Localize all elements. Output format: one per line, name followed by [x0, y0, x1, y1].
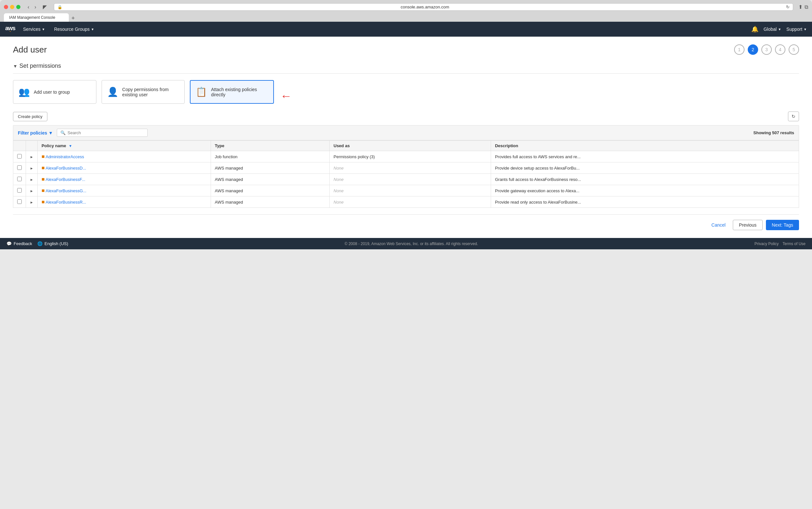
- policy-icon: ■: [41, 176, 45, 182]
- policy-icon: ■: [41, 199, 45, 205]
- policy-description-cell: Provide read only access to AlexaForBusi…: [491, 197, 799, 208]
- services-nav-item[interactable]: Services ▼: [22, 22, 46, 36]
- set-permissions-header: ▼ Set permissions: [13, 63, 799, 74]
- attach-policies-option[interactable]: 📋 Attach existing policies directly: [190, 80, 274, 104]
- policy-name-link[interactable]: AlexaForBusinessG...: [45, 189, 86, 193]
- row-checkbox-cell[interactable]: [13, 185, 26, 197]
- back-button[interactable]: ‹: [26, 4, 31, 11]
- user-copy-icon: 👤: [107, 87, 119, 97]
- policy-name-cell: ■ AlexaForBusinessG...: [37, 185, 211, 197]
- address-bar[interactable]: 🔒 console.aws.amazon.com ↻: [54, 3, 793, 11]
- new-tab-button[interactable]: +: [69, 15, 77, 22]
- search-icon: 🔍: [60, 130, 66, 135]
- policy-description-cell: Provide device setup access to AlexaForB…: [491, 162, 799, 174]
- policy-name-cell: ■ AdministratorAccess: [37, 151, 211, 162]
- row-checkbox[interactable]: [17, 199, 22, 204]
- footer-links: Privacy Policy Terms of Use: [755, 241, 806, 246]
- row-expand-cell[interactable]: ►: [26, 197, 38, 208]
- maximize-button[interactable]: [16, 5, 21, 9]
- notifications-bell-icon[interactable]: 🔔: [751, 26, 758, 33]
- step-4[interactable]: 4: [775, 44, 785, 55]
- section-collapse-arrow-icon[interactable]: ▼: [13, 64, 18, 69]
- row-expand-cell[interactable]: ►: [26, 174, 38, 185]
- page-header: Add user 1 2 3 4 5: [13, 44, 799, 55]
- support-label: Support: [786, 27, 802, 32]
- address-text: console.aws.amazon.com: [64, 4, 786, 9]
- annotation-arrow-icon: ←: [280, 89, 292, 103]
- row-checkbox-cell[interactable]: [13, 162, 26, 174]
- next-tags-button[interactable]: Next: Tags: [766, 220, 799, 230]
- browser-tabs: IAM Management Console +: [4, 13, 808, 22]
- step-5[interactable]: 5: [789, 44, 799, 55]
- refresh-table-button[interactable]: ↻: [788, 111, 799, 121]
- step-1[interactable]: 1: [734, 44, 745, 55]
- row-expand-icon[interactable]: ►: [30, 189, 33, 193]
- policy-used-as-cell: None: [330, 197, 491, 208]
- col-description-header: Description: [491, 141, 799, 151]
- policy-used-as-cell: None: [330, 162, 491, 174]
- row-expand-cell[interactable]: ►: [26, 151, 38, 162]
- copy-permissions-option[interactable]: 👤 Copy permissions from existing user: [101, 80, 185, 104]
- nav-right: 🔔 Global ▼ Support ▼: [751, 26, 807, 33]
- share-button[interactable]: ⬆: [799, 4, 803, 10]
- step-3[interactable]: 3: [761, 44, 772, 55]
- search-box[interactable]: 🔍: [57, 129, 148, 137]
- filter-policies-button[interactable]: Filter policies ▼: [18, 130, 53, 136]
- col-used-as-header: Used as: [330, 141, 491, 151]
- policy-used-as-cell: Permissions policy (3): [330, 151, 491, 162]
- create-policy-button[interactable]: Create policy: [13, 112, 48, 121]
- row-expand-icon[interactable]: ►: [30, 155, 33, 159]
- row-checkbox[interactable]: [17, 165, 22, 170]
- global-arrow-icon: ▼: [778, 28, 781, 31]
- row-expand-icon[interactable]: ►: [30, 178, 33, 181]
- row-expand-cell[interactable]: ►: [26, 185, 38, 197]
- page-refresh-button[interactable]: ↻: [786, 4, 790, 9]
- close-button[interactable]: [4, 5, 8, 9]
- row-checkbox-cell[interactable]: [13, 151, 26, 162]
- row-expand-cell[interactable]: ►: [26, 162, 38, 174]
- attach-policies-label: Attach existing policies directly: [211, 87, 268, 97]
- page-content: Add user 1 2 3 4 5 ▼ Set permissions 👥 A…: [0, 37, 812, 238]
- services-arrow-icon: ▼: [42, 28, 45, 31]
- cancel-button[interactable]: Cancel: [708, 220, 729, 230]
- add-user-to-group-option[interactable]: 👥 Add user to group: [13, 80, 96, 104]
- forward-button[interactable]: ›: [32, 4, 38, 11]
- policy-name-link[interactable]: AlexaForBusinessR...: [45, 200, 86, 205]
- language-selector[interactable]: 🌐 English (US): [37, 241, 68, 246]
- policy-name-link[interactable]: AlexaForBusinessD...: [45, 166, 86, 171]
- feedback-link[interactable]: 💬 Feedback: [6, 241, 32, 246]
- aws-footer: 💬 Feedback 🌐 English (US) © 2008 - 2019,…: [0, 238, 812, 249]
- search-input[interactable]: [67, 130, 144, 135]
- minimize-button[interactable]: [10, 5, 14, 9]
- filter-bar: Filter policies ▼ 🔍 Showing 507 results: [13, 125, 799, 140]
- sidebar-toggle-button[interactable]: ◤: [41, 3, 49, 11]
- row-checkbox-cell[interactable]: [13, 197, 26, 208]
- row-checkbox[interactable]: [17, 188, 22, 193]
- row-checkbox[interactable]: [17, 154, 22, 159]
- annotation-row: 👥 Add user to group 👤 Copy permissions f…: [13, 80, 799, 111]
- global-selector[interactable]: Global ▼: [763, 27, 781, 32]
- policy-name-cell: ■ AlexaForBusinessD...: [37, 162, 211, 174]
- fullscreen-button[interactable]: ⧉: [805, 4, 808, 10]
- policy-type-cell: AWS managed: [211, 185, 330, 197]
- row-expand-icon[interactable]: ►: [30, 200, 33, 204]
- policy-name-cell: ■ AlexaForBusinessR...: [37, 197, 211, 208]
- support-menu[interactable]: Support ▼: [786, 27, 807, 32]
- aws-logo[interactable]: aws ~: [5, 25, 15, 33]
- policy-name-link[interactable]: AlexaForBusinessF...: [45, 177, 85, 182]
- row-checkbox-cell[interactable]: [13, 174, 26, 185]
- step-2[interactable]: 2: [748, 44, 758, 55]
- terms-of-use-link[interactable]: Terms of Use: [782, 241, 806, 246]
- table-row: ► ■ AdministratorAccess Job function Per…: [13, 151, 799, 162]
- policy-table: Policy name ▼ Type Used as Description ►…: [13, 140, 799, 208]
- previous-button[interactable]: Previous: [733, 220, 763, 230]
- active-tab[interactable]: IAM Management Console: [4, 13, 69, 22]
- row-checkbox[interactable]: [17, 177, 22, 181]
- privacy-policy-link[interactable]: Privacy Policy: [755, 241, 779, 246]
- aws-logo-smile: ~: [9, 30, 11, 33]
- resource-groups-nav-item[interactable]: Resource Groups ▼: [53, 22, 96, 36]
- policy-name-link[interactable]: AdministratorAccess: [45, 154, 84, 159]
- col-policy-name-header[interactable]: Policy name ▼: [37, 141, 211, 151]
- row-expand-icon[interactable]: ►: [30, 166, 33, 170]
- action-row: Cancel Previous Next: Tags: [13, 214, 799, 230]
